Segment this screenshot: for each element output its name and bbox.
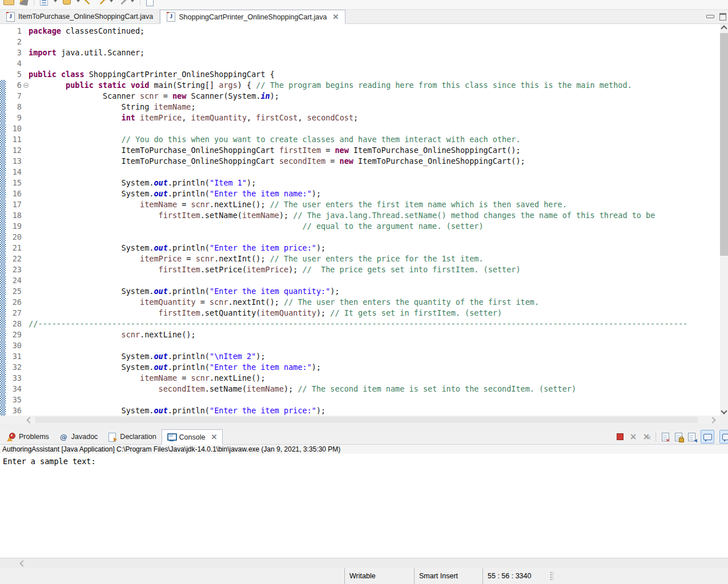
code-line[interactable]: 24 xyxy=(0,275,720,286)
line-number[interactable]: 21 xyxy=(6,243,23,253)
code-text[interactable]: import java.util.Scanner; xyxy=(29,47,720,58)
code-line[interactable]: 16 System.out.println("Enter the item na… xyxy=(0,188,720,199)
line-number[interactable]: 9 xyxy=(6,112,23,123)
code-text[interactable]: firstItem.setQuantity(itemQuantity); // … xyxy=(29,308,720,319)
line-number[interactable]: 26 xyxy=(6,297,23,308)
code-line[interactable]: 11 // You do this when you want to creat… xyxy=(0,134,720,145)
scrollbar-thumb[interactable] xyxy=(720,33,728,256)
code-line[interactable]: 29 scnr.nextLine(); xyxy=(0,329,720,340)
code-text[interactable]: firstItem.setName(itemName); // The java… xyxy=(29,210,720,221)
tab-javadoc[interactable]: @ Javadoc xyxy=(54,429,103,444)
scroll-left-icon[interactable] xyxy=(18,558,27,569)
code-line[interactable]: 23 firstItem.setPrice(itemPrice); // The… xyxy=(0,264,720,275)
terminate-icon[interactable] xyxy=(616,433,624,441)
code-line[interactable]: 2 xyxy=(0,37,720,47)
line-number[interactable]: 10 xyxy=(6,123,23,134)
code-text[interactable]: System.out.println("Item 1"); xyxy=(29,178,720,188)
fold-collapse-icon[interactable] xyxy=(23,83,29,88)
forward-icon[interactable] xyxy=(118,0,127,5)
code-line[interactable]: 8 String itemName; xyxy=(0,102,720,112)
dropdown-caret-icon[interactable] xyxy=(131,0,134,2)
console-horizontal-scrollbar[interactable] xyxy=(0,558,728,569)
code-text[interactable]: System.out.println("Enter the item name:… xyxy=(29,362,720,373)
code-line[interactable]: 30 xyxy=(0,340,720,351)
nav-next-icon[interactable] xyxy=(96,0,106,5)
code-text[interactable]: ItemToPurchase_OnlineShoppingCart second… xyxy=(29,156,720,167)
tab-shoppingcartprinter[interactable]: J ShoppingCartPrinter_OnlineShoppingCart… xyxy=(160,10,345,24)
code-line[interactable]: 31 System.out.println("\nItem 2"); xyxy=(0,351,720,362)
code-line[interactable]: 32 System.out.println("Enter the item na… xyxy=(0,362,720,373)
line-number[interactable]: 13 xyxy=(6,156,23,167)
code-text[interactable] xyxy=(29,232,720,243)
code-text[interactable]: public class ShoppingCartPrinter_OnlineS… xyxy=(29,69,720,80)
code-line[interactable]: 34 secondItem.setName(itemName); // The … xyxy=(0,384,720,394)
code-text[interactable]: scnr.nextLine(); xyxy=(29,329,720,340)
code-line[interactable]: 33 itemName = scnr.nextLine(); xyxy=(0,373,720,384)
new-file-icon[interactable] xyxy=(146,0,154,6)
code-line[interactable]: 27 firstItem.setQuantity(itemQuantity); … xyxy=(0,308,720,319)
remove-all-terminated-icon[interactable]: ×× xyxy=(642,433,650,441)
clear-console-icon[interactable]: × xyxy=(661,433,669,441)
code-text[interactable] xyxy=(29,37,720,47)
tab-console[interactable]: Console ✕ xyxy=(162,429,223,445)
line-number[interactable]: 27 xyxy=(6,308,23,319)
line-number[interactable]: 28 xyxy=(6,319,23,329)
scroll-down-icon[interactable] xyxy=(720,406,728,416)
code-text[interactable] xyxy=(29,167,720,178)
line-number[interactable]: 14 xyxy=(6,167,23,178)
code-text[interactable]: System.out.println("Enter the item price… xyxy=(29,405,720,416)
task-checklist-icon[interactable] xyxy=(40,0,48,6)
scroll-left-icon[interactable] xyxy=(25,416,34,424)
display-selected-console-icon[interactable] xyxy=(719,430,728,444)
code-editor[interactable]: 1package classesContinued;23import java.… xyxy=(0,24,720,416)
line-number[interactable]: 19 xyxy=(6,221,23,232)
dropdown-caret-icon[interactable] xyxy=(110,0,113,2)
coverage-jar-icon[interactable] xyxy=(63,0,71,5)
tab-declaration[interactable]: Declaration xyxy=(103,429,161,444)
code-text[interactable] xyxy=(29,275,720,286)
code-text[interactable]: System.out.println("Enter the item name:… xyxy=(29,188,720,199)
line-number[interactable]: 22 xyxy=(6,253,23,264)
code-line[interactable]: 26 itemQuantity = scnr.nextInt(); // The… xyxy=(0,297,720,308)
code-line[interactable]: 35 xyxy=(0,394,720,405)
code-text[interactable]: itemName = scnr.nextLine(); xyxy=(29,373,720,384)
code-text[interactable] xyxy=(29,394,720,405)
line-number[interactable]: 2 xyxy=(6,37,23,47)
scroll-lock-icon[interactable] xyxy=(674,433,682,441)
code-text[interactable] xyxy=(29,123,720,134)
code-text[interactable]: itemPrice = scnr.nextInt(); // The user … xyxy=(29,253,720,264)
editor-horizontal-scrollbar[interactable] xyxy=(0,416,720,424)
line-number[interactable]: 11 xyxy=(6,134,23,145)
code-text[interactable]: Scanner scnr = new Scanner(System.in); xyxy=(29,91,720,102)
line-number[interactable]: 35 xyxy=(6,394,23,405)
dropdown-caret-icon[interactable] xyxy=(54,0,57,2)
nav-previous-icon[interactable] xyxy=(85,0,94,5)
line-number[interactable]: 5 xyxy=(6,69,23,80)
tab-problems[interactable]: Problems xyxy=(2,429,54,444)
line-number[interactable]: 36 xyxy=(6,405,23,416)
close-icon[interactable]: ✕ xyxy=(211,433,217,441)
code-text[interactable]: itemQuantity = scnr.nextInt(); // The us… xyxy=(29,297,720,308)
code-line[interactable]: 10 xyxy=(0,123,720,134)
code-text[interactable]: // equal to the argument name. (setter) xyxy=(29,221,720,232)
code-text[interactable]: itemName = scnr.nextLine(); // The user … xyxy=(29,199,720,210)
line-number[interactable]: 15 xyxy=(6,178,23,188)
code-line[interactable]: 21 System.out.println("Enter the item pr… xyxy=(0,243,720,253)
code-line[interactable]: 14 xyxy=(0,167,720,178)
code-line[interactable]: 22 itemPrice = scnr.nextInt(); // The us… xyxy=(0,253,720,264)
code-line[interactable]: 12 ItemToPurchase_OnlineShoppingCart fir… xyxy=(0,145,720,156)
code-text[interactable]: System.out.println("\nItem 2"); xyxy=(29,351,720,362)
code-line[interactable]: 3import java.util.Scanner; xyxy=(0,47,720,58)
code-line[interactable]: 15 System.out.println("Item 1"); xyxy=(0,178,720,188)
line-number[interactable]: 8 xyxy=(6,102,23,112)
line-number[interactable]: 30 xyxy=(6,340,23,351)
pin-console-icon[interactable] xyxy=(701,430,714,444)
code-line[interactable]: 5public class ShoppingCartPrinter_Online… xyxy=(0,69,720,80)
scrollbar-thumb[interactable] xyxy=(35,417,698,423)
code-text[interactable]: // You do this when you want to create c… xyxy=(29,134,720,145)
line-number[interactable]: 32 xyxy=(6,362,23,373)
maximize-icon[interactable] xyxy=(719,13,726,21)
code-text[interactable]: ItemToPurchase_OnlineShoppingCart firstI… xyxy=(29,145,720,156)
code-text[interactable] xyxy=(29,340,720,351)
code-line[interactable]: 6 public static void main(String[] args)… xyxy=(0,80,720,91)
